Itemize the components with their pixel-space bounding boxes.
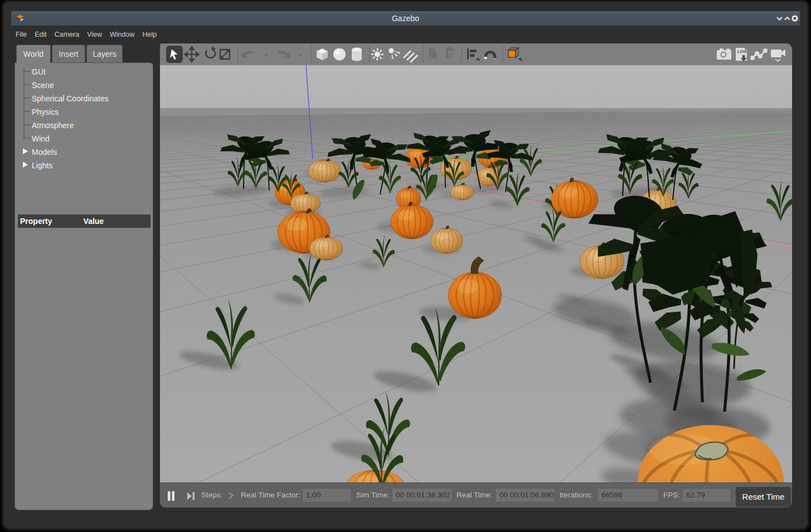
svg-text:LOG: LOG: [737, 49, 746, 54]
